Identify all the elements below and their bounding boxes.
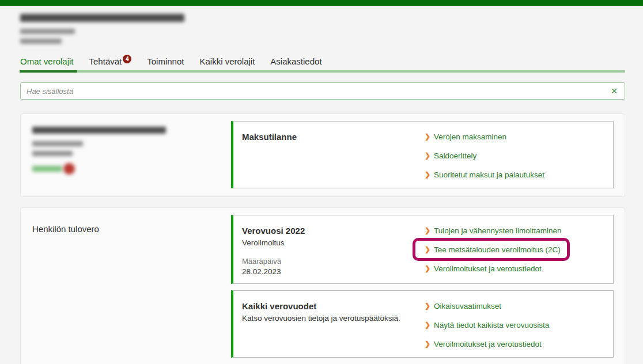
link-row: ❯ Veroilmoitukset ja verotustiedot [425,263,603,274]
link-veroilmoitukset-verotustiedot[interactable]: Veroilmoitukset ja verotustiedot [434,340,542,348]
chevron-right-icon: ❯ [425,226,434,234]
panel-subtitle: Katso verovuosien tietoja ja verotuspäät… [242,314,425,323]
link-suoritetut-maksut[interactable]: Suoritetut maksut ja palautukset [434,170,544,179]
tab-label: Asiakastiedot [270,56,322,66]
link-row: ❯ Suoritetut maksut ja palautukset [425,169,603,180]
card-payment-status: Maksutilanne ❯ Verojen maksaminen ❯ Sald… [20,113,625,197]
link-oikaisuvaatimukset[interactable]: Oikaisuvaatimukset [434,302,501,310]
chevron-right-icon: ❯ [425,340,434,348]
chevron-right-icon: ❯ [425,151,434,160]
tab-kaikki-verolajit[interactable]: Kaikki verolajit [199,56,255,70]
link-saldoerittely[interactable]: Saldoerittely [434,151,476,160]
link-nayta-tiedot-kaikista[interactable]: Näytä tiedot kaikista verovuosista [434,321,549,329]
redacted-link[interactable] [32,166,62,172]
notification-badge: 4 [123,55,131,63]
card-henkilon-tulovero: Henkilön tulovero Verovuosi 2022 Veroilm… [20,207,625,364]
page-header [20,14,625,44]
link-row-highlighted: ❯ Tee metsätalouden veroilmoitus (2C) [425,244,563,255]
panel-title: Maksutilanne [242,132,425,142]
link-row: ❯ Veroilmoitukset ja verotustiedot [425,338,603,350]
link-row: ❯ Verojen maksaminen [425,131,603,142]
chevron-right-icon: ❯ [425,170,434,179]
chevron-right-icon: ❯ [425,132,434,141]
redacted-address-line-2 [32,151,73,156]
link-row: ❯ Näytä tiedot kaikista verovuosista [425,319,603,331]
redacted-address-line-1 [32,141,83,146]
chevron-right-icon: ❯ [425,321,434,329]
search-input[interactable] [27,87,610,96]
chevron-right-icon: ❯ [425,302,434,310]
redacted-customer-name [20,14,184,22]
redacted-address-line-1 [20,29,75,34]
due-date-value: 28.02.2023 [242,267,425,276]
card-title: Henkilön tulovero [32,217,231,234]
link-veroilmoitukset-verotustiedot[interactable]: Veroilmoitukset ja verotustiedot [434,264,542,273]
customer-summary [32,121,231,188]
tab-tehtavat[interactable]: Tehtävät4 [89,56,132,70]
link-verojen-maksaminen[interactable]: Verojen maksaminen [434,132,506,141]
panel-kaikki-verovuodet: Kaikki verovuodet Katso verovuosien tiet… [231,290,614,358]
panel-maksutilanne: Maksutilanne ❯ Verojen maksaminen ❯ Sald… [231,121,614,188]
redacted-customer-name [32,127,166,134]
chevron-right-icon: ❯ [425,245,434,253]
panel-verovuosi-2022: Verovuosi 2022 Veroilmoitus Määräpäivä 2… [231,215,614,284]
link-row: ❯ Saldoerittely [425,150,603,161]
link-tee-metsatalouden-veroilmoitus[interactable]: Tee metsätalouden veroilmoitus (2C) [434,245,561,254]
search-bar: ✕ [20,82,625,100]
panel-title: Kaikki verovuodet [242,301,425,311]
brand-top-bar [0,0,643,6]
tab-label: Omat verolajit [20,56,74,66]
tab-label: Tehtävät [89,56,122,66]
chevron-right-icon: ❯ [425,264,434,272]
tab-label: Kaikki verolajit [199,56,255,66]
redacted-link-row [32,163,231,175]
tab-label: Toiminnot [147,56,184,66]
link-tulojen-ja-vahennysten[interactable]: Tulojen ja vähennysten ilmoittaminen [434,226,562,235]
tab-toiminnot[interactable]: Toiminnot [147,56,184,70]
redacted-address-line-2 [20,39,62,44]
redacted-notification-badge [63,163,75,175]
due-date-label: Määräpäivä [242,257,425,266]
panel-subtitle: Veroilmoitus [242,238,425,247]
tab-asiakastiedot[interactable]: Asiakastiedot [270,56,322,70]
clear-search-icon[interactable]: ✕ [610,86,619,96]
panel-title: Verovuosi 2022 [242,226,425,236]
link-row: ❯ Oikaisuvaatimukset [425,300,603,312]
link-row: ❯ Tulojen ja vähennysten ilmoittaminen [425,225,603,236]
tab-omat-verolajit[interactable]: Omat verolajit [20,56,74,70]
tab-bar: Omat verolajit Tehtävät4 Toiminnot Kaikk… [20,56,625,73]
